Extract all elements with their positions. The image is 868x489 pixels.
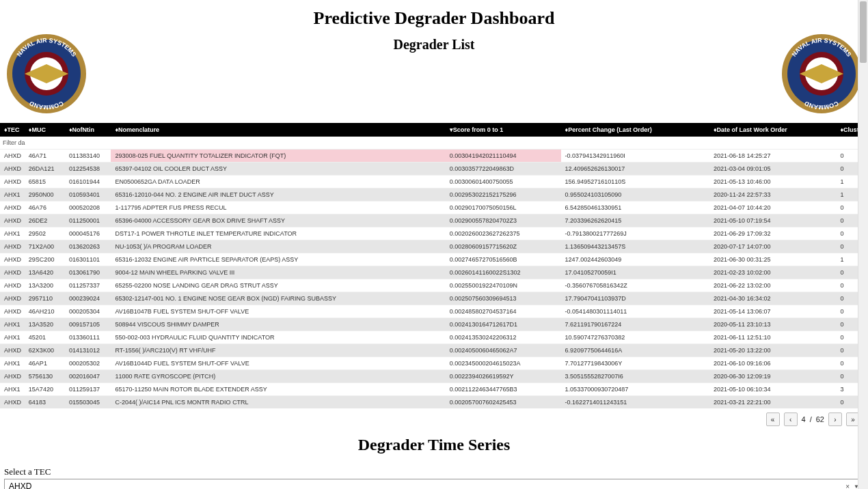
table-row[interactable]: AHXD62X3K00014131012RT-1556( )/ARC210(V)… <box>0 344 868 357</box>
cell-nofntin: 000205302 <box>65 357 111 370</box>
tec-select-clear-icon[interactable]: × <box>845 483 850 490</box>
tec-select[interactable]: AHXD × ▼ <box>4 479 864 489</box>
cell-tec: AHXD <box>0 266 25 279</box>
cell-nofntin: 013360111 <box>65 331 111 344</box>
cell-last-date: 2021-02-23 10:02:00 <box>709 266 837 279</box>
cell-nomenclature: 65302-12147-001 NO. 1 ENGINE NOSE GEAR B… <box>111 292 445 305</box>
cell-pct-change: -0.791380021777269J <box>561 227 709 240</box>
cell-last-date: 2021-05-14 13:06:07 <box>709 305 837 318</box>
col-score[interactable]: ▾Score from 0 to 1 <box>446 123 561 137</box>
cell-tec: AHX1 <box>0 188 25 201</box>
cell-score: 0.0030357722049863D <box>446 163 561 176</box>
table-row[interactable]: AHXD64183015503045C-2044( )/AIC14 PNL IC… <box>0 396 868 409</box>
cell-nomenclature: C-2044( )/AIC14 PNL ICS MONTR RADIO CTRL <box>111 396 445 409</box>
page-prev-button[interactable]: ‹ <box>784 413 798 426</box>
scrollbar-thumb[interactable] <box>860 1 867 63</box>
cell-pct-change: 7.203396262620415 <box>561 214 709 227</box>
cell-last-date: 2021-03-21 22:21:00 <box>709 396 837 409</box>
cell-last-date: 2021-05-10 07:19:54 <box>709 214 837 227</box>
table-row[interactable]: AHXD26DE201125000165396-04000 ACCESSORY … <box>0 214 868 227</box>
cell-tec: AHXD <box>0 150 25 163</box>
pager: « ‹ 4 / 62 › » <box>0 408 868 430</box>
cell-muc: 15A7420 <box>25 383 65 396</box>
col-tec[interactable]: ♦TEC <box>0 123 25 137</box>
cell-nofntin: 000045176 <box>65 227 111 240</box>
filter-input[interactable]: Filter da <box>0 137 868 150</box>
cell-tec: AHXD <box>0 201 25 214</box>
cell-tec: AHXD <box>0 240 25 253</box>
cell-muc: 64183 <box>25 396 65 409</box>
table-row[interactable]: AHX145201013360111550-002-003 HYDRAULIC … <box>0 331 868 344</box>
cell-pct-change: 12.409652626130017 <box>561 163 709 176</box>
table-row[interactable]: AHX113A3520009157105508944 VISCOUS SHIMM… <box>0 318 868 331</box>
cell-tec: AHXD <box>0 305 25 318</box>
page-next-button[interactable]: › <box>828 413 842 426</box>
cell-nofntin: 012254538 <box>65 163 111 176</box>
cell-pct-change: 7.621191790167224 <box>561 318 709 331</box>
cell-nofntin: 015503045 <box>65 396 111 409</box>
col-nofntin[interactable]: ♦NofNtin <box>65 123 111 137</box>
cell-pct-change: 7.70127719843006Y <box>561 357 709 370</box>
col-nomenclature[interactable]: ♦Nomenclature <box>111 123 445 137</box>
cell-nomenclature: NU-1053( )/A PROGRAM LOADER <box>111 240 445 253</box>
navair-seal-right: NAVAL AIR SYSTEMS COMMAND <box>781 33 863 115</box>
vertical-scrollbar[interactable] <box>858 0 868 489</box>
table-row[interactable]: AHX129502000045176DST17-1 POWER THROTLE … <box>0 227 868 240</box>
cell-tec: AHXD <box>0 214 25 227</box>
cell-tec: AHXD <box>0 344 25 357</box>
cell-nomenclature: 11000 RATE GYROSCOPE (PITCH) <box>111 370 445 383</box>
cell-last-date: 2021-06-22 13:02:00 <box>709 279 837 292</box>
table-row[interactable]: AHX12950N0001059340165316-12010-044 NO. … <box>0 188 868 201</box>
cell-tec: AHXD <box>0 253 25 266</box>
table-row[interactable]: AHXD295711000023902465302-12147-001 NO. … <box>0 292 868 305</box>
cell-pct-change: -0.356076705816342Z <box>561 279 709 292</box>
cell-muc: 46AH210 <box>25 305 65 318</box>
cell-last-date: 2021-03-04 09:01:05 <box>709 163 837 176</box>
page-title: Predictive Degrader Dashboard <box>0 8 868 29</box>
cell-nomenclature: AV16B1044D FUEL SYSTEM SHUT-OFF VALVE <box>111 357 445 370</box>
table-row[interactable]: AHXD65815016101944EN0500652GA DATA LOADE… <box>0 176 868 188</box>
table-row[interactable]: AHX146AP1000205302AV16B1044D FUEL SYSTEM… <box>0 357 868 370</box>
cell-tec: AHXD <box>0 279 25 292</box>
cell-last-date: 2021-05-13 10:46:00 <box>709 176 837 188</box>
table-row[interactable]: AHXD26DA12101225453865397-04102 OIL COOL… <box>0 163 868 176</box>
cell-nomenclature: DST17-1 POWER THROTLE INLET TEMPERATURE … <box>111 227 445 240</box>
cell-score: 0.0021122463447765B3 <box>446 383 561 396</box>
cell-last-date: 2021-06-18 14:25:27 <box>709 150 837 163</box>
cell-pct-change: 1.05337000930720487 <box>561 383 709 396</box>
page-first-button[interactable]: « <box>766 413 780 426</box>
cell-muc: 45201 <box>25 331 65 344</box>
col-muc[interactable]: ♦MUC <box>25 123 65 137</box>
table-row[interactable]: AHXD46A71011383140293008-025 FUEL QUANTI… <box>0 150 868 163</box>
cell-muc: 46A71 <box>25 150 65 163</box>
cell-last-date: 2020-11-24 22:57:33 <box>709 188 837 201</box>
table-row[interactable]: AHXD46A760005202081-117795 ADPTER FUS PR… <box>0 201 868 214</box>
cell-muc: 46AP1 <box>25 357 65 370</box>
cell-score: 0.002345000204615023A <box>446 357 561 370</box>
table-row[interactable]: AHXD13A64200130617909004-12 MAIN WHEEL P… <box>0 266 868 279</box>
cell-nofntin: 011257337 <box>65 279 111 292</box>
cell-score: 0.00260141160022S1302 <box>446 266 561 279</box>
table-row[interactable]: AHX115A742001125913765170-11250 MAIN ROT… <box>0 383 868 396</box>
cell-score: 0.00290170075050156L <box>446 201 561 214</box>
cell-score: 0.002057007602425453 <box>446 396 561 409</box>
cell-nomenclature: 9004-12 MAIN WHEEL PARKING VALVE III <box>111 266 445 279</box>
cell-tec: AHX1 <box>0 227 25 240</box>
cell-tec: AHXD <box>0 370 25 383</box>
cell-last-date: 2020-07-17 14:07:00 <box>709 240 837 253</box>
col-pct-change[interactable]: ♦Percent Change (Last Order) <box>561 123 709 137</box>
cell-nomenclature: 65316-12032 ENGINE AIR PARTICLE SEPARATO… <box>111 253 445 266</box>
cell-pct-change: 0.955024103105090 <box>561 188 709 201</box>
cell-last-date: 2020-05-11 23:10:13 <box>709 318 837 331</box>
table-row[interactable]: AHXD13A320001125733765255-02200 NOSE LAN… <box>0 279 868 292</box>
table-row[interactable]: AHXD71X2A00013620263NU-1053( )/A PROGRAM… <box>0 240 868 253</box>
table-row[interactable]: AHXD46AH210000205304AV16B1047B FUEL SYST… <box>0 305 868 318</box>
table-row[interactable]: AHXD575613000201604711000 RATE GYROSCOPE… <box>0 370 868 383</box>
cell-muc: 29502 <box>25 227 65 240</box>
cell-score: 0.0024050060465062A7 <box>446 344 561 357</box>
cell-nomenclature: 65170-11250 MAIN ROTOR BLADE EXTENDER AS… <box>111 383 445 396</box>
cell-nofntin: 000520208 <box>65 201 111 214</box>
col-last-date[interactable]: ♦Date of Last Work Order <box>709 123 837 137</box>
page-total: 62 <box>816 415 824 423</box>
table-row[interactable]: AHXD29SC20001630110165316-12032 ENGINE A… <box>0 253 868 266</box>
